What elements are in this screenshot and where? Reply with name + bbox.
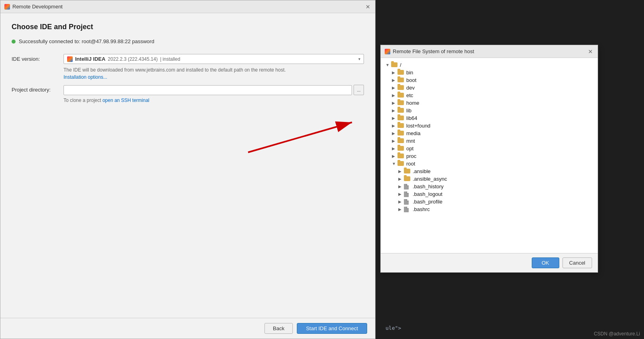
tree-item-dev[interactable]: ▶ dev (381, 84, 598, 92)
fs-dialog-titlebar: Remote File System of remote host ✕ (381, 45, 598, 58)
tree-item-lost-found[interactable]: ▶ lost+found (381, 122, 598, 130)
dropdown-arrow-icon: ▾ (358, 57, 360, 61)
fs-app-logo-icon (385, 49, 390, 54)
browse-button[interactable]: ... (354, 85, 364, 95)
ide-version: 2022.2.3 (222.4345.14) (108, 56, 158, 62)
ide-label: IDE version: (12, 54, 64, 62)
project-dir-control-area: ... To clone a project open an SSH termi… (64, 85, 364, 103)
fs-close-button[interactable]: ✕ (587, 48, 594, 55)
tree-item-bashrc[interactable]: ▶ .bashrc (381, 205, 598, 213)
tree-item-bin[interactable]: ▶ bin (381, 69, 598, 76)
tree-item-mnt[interactable]: ▶ mnt (381, 137, 598, 145)
ide-name: IntelliJ IDEA (75, 56, 105, 62)
connection-status: Successfully connected to: root@47.98.99… (12, 38, 364, 44)
status-indicator (12, 40, 16, 44)
tree-item-proc[interactable]: ▶ proc (381, 152, 598, 160)
ssh-terminal-link[interactable]: open an SSH terminal (102, 98, 149, 103)
dialog-bottom-bar: Back Start IDE and Connect (0, 318, 375, 339)
ide-version-row: IDE version: IntelliJ IDEA 2022.2.3 (222… (12, 54, 364, 81)
tree-item-root[interactable]: ▼ / (381, 61, 598, 69)
intellij-logo-icon (67, 56, 73, 62)
main-dialog-titlebar: Remote Development ✕ (0, 0, 375, 13)
remote-development-dialog: Remote Development ✕ Choose IDE and Proj… (0, 0, 376, 339)
tree-item-etc[interactable]: ▶ etc (381, 92, 598, 99)
folder-icon-root (391, 62, 398, 68)
tree-item-ansible[interactable]: ▶ .ansible (381, 168, 598, 175)
tree-item-bash-history[interactable]: ▶ .bash_history (381, 183, 598, 190)
tree-item-bash-profile[interactable]: ▶ .bash_profile (381, 198, 598, 205)
tree-item-lib64[interactable]: ▶ lib64 (381, 114, 598, 122)
ide-tag: | installed (160, 56, 180, 62)
tree-item-media[interactable]: ▶ media (381, 130, 598, 137)
app-logo-icon (4, 4, 10, 10)
ok-button[interactable]: OK (532, 257, 559, 268)
tree-item-boot[interactable]: ▶ boot (381, 76, 598, 84)
start-ide-connect-button[interactable]: Start IDE and Connect (297, 323, 367, 334)
file-system-dialog: Remote File System of remote host ✕ ▼ / … (380, 45, 598, 273)
installation-options-link[interactable]: Installation options... (64, 74, 107, 80)
cancel-button[interactable]: Cancel (563, 257, 592, 268)
ide-version-dropdown[interactable]: IntelliJ IDEA 2022.2.3 (222.4345.14) | i… (64, 54, 364, 64)
tree-item-lib[interactable]: ▶ lib (381, 107, 598, 114)
back-button[interactable]: Back (264, 323, 293, 334)
close-dialog-button[interactable]: ✕ (365, 4, 371, 10)
dialog-title: Remote Development (12, 4, 63, 10)
watermark: CSDN @adventure.Li (594, 331, 640, 337)
tree-item-opt[interactable]: ▶ opt (381, 145, 598, 152)
project-directory-input[interactable] (64, 85, 352, 95)
ide-hint: The IDE will be downloaded from www.jetb… (64, 66, 364, 81)
tree-item-ansible-async[interactable]: ▶ .ansible_async (381, 175, 598, 183)
dialog-heading: Choose IDE and Project (12, 23, 364, 31)
tree-item-home[interactable]: ▶ home (381, 99, 598, 107)
project-dir-row: Project directory: ... To clone a projec… (12, 85, 364, 103)
project-dir-label: Project directory: (12, 85, 64, 93)
file-system-tree[interactable]: ▼ / ▶ bin ▶ boot ▶ dev ▶ etc ▶ home (381, 58, 598, 253)
dialog-content: Choose IDE and Project Successfully conn… (0, 13, 375, 318)
ide-control-area: IntelliJ IDEA 2022.2.3 (222.4345.14) | i… (64, 54, 364, 81)
clone-hint: To clone a project open an SSH terminal (64, 98, 364, 103)
tree-arrow-root: ▼ (386, 63, 391, 67)
tree-item-root-folder[interactable]: ▼ root (381, 160, 598, 168)
titlebar-left: Remote Development (4, 4, 63, 10)
fs-dialog-title: Remote File System of remote host (393, 48, 474, 54)
fs-titlebar-left: Remote File System of remote host (385, 48, 474, 54)
fs-dialog-bottom-bar: OK Cancel (381, 253, 598, 272)
bottom-code: ule"> (386, 325, 401, 331)
project-dir-input-row: ... (64, 85, 364, 95)
tree-item-bash-logout[interactable]: ▶ .bash_logout (381, 190, 598, 198)
status-text: Successfully connected to: root@47.98.99… (19, 38, 154, 44)
